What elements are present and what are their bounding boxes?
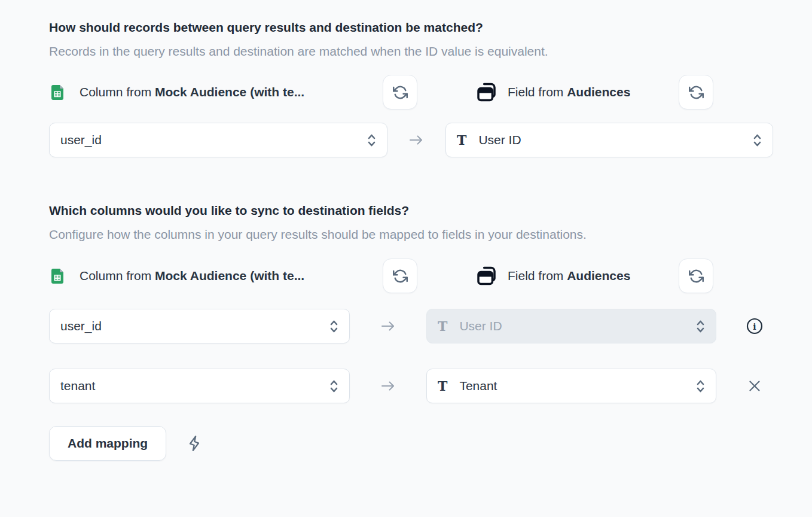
chevron-updown-icon — [752, 132, 763, 148]
destination-header-label: Field from Audiences — [508, 269, 630, 283]
sync-refresh-icon — [688, 268, 704, 284]
mapping-info-button[interactable]: i — [746, 317, 764, 335]
destination-windows-icon — [475, 264, 499, 288]
refresh-source-columns-button[interactable] — [383, 258, 417, 293]
add-mapping-row: Add mapping — [49, 426, 812, 461]
select-value: user_id — [60, 319, 328, 333]
arrow-right-icon — [380, 380, 396, 392]
google-sheets-icon — [49, 267, 66, 284]
sync-columns-title: Which columns would you like to sync to … — [49, 202, 812, 219]
matching-question-subtitle: Records in the query results and destina… — [49, 41, 767, 62]
close-x-icon — [746, 377, 764, 395]
matching-mapping-row: user_id T User ID — [49, 123, 812, 157]
chevron-updown-icon — [695, 378, 706, 394]
mapping-destination-select-disabled: T User ID — [426, 309, 716, 343]
destination-windows-icon — [475, 81, 499, 104]
select-value: tenant — [60, 379, 328, 393]
chevron-updown-icon — [695, 318, 706, 334]
sync-columns-subtitle: Configure how the columns in your query … — [49, 224, 587, 245]
source-column-header: Column from Mock Audience (with te... — [49, 84, 383, 101]
select-value: Tenant — [459, 379, 695, 393]
add-mapping-button[interactable]: Add mapping — [49, 426, 166, 461]
select-value: User ID — [459, 319, 695, 333]
arrow-right-icon — [408, 134, 425, 146]
refresh-destination-fields-button[interactable] — [679, 75, 713, 110]
svg-text:i: i — [753, 322, 756, 332]
select-value: User ID — [478, 133, 752, 147]
remove-mapping-button[interactable] — [746, 377, 764, 395]
select-value: user_id — [60, 133, 366, 147]
info-icon: i — [746, 317, 764, 335]
google-sheets-icon — [49, 84, 66, 101]
mapping-row-user-id: user_id T User ID — [49, 309, 812, 343]
chevron-updown-icon — [328, 378, 340, 394]
sync-refresh-icon — [392, 84, 408, 101]
match-destination-field-select[interactable]: T User ID — [445, 123, 773, 157]
destination-field-header: Field from Audiences — [475, 81, 679, 104]
mapping-source-select[interactable]: tenant — [49, 369, 350, 403]
source-header-label: Column from Mock Audience (with te... — [80, 269, 304, 283]
sync-column-headers: Column from Mock Audience (with te... Fi… — [49, 258, 812, 293]
matching-question-title: How should records between query results… — [49, 19, 812, 36]
suggest-mappings-lightning-icon[interactable] — [187, 435, 202, 452]
match-source-column-select[interactable]: user_id — [49, 123, 387, 157]
matching-column-headers: Column from Mock Audience (with te... Fi… — [49, 75, 812, 110]
source-column-header: Column from Mock Audience (with te... — [49, 267, 383, 284]
mapping-source-select[interactable]: user_id — [49, 309, 350, 343]
source-header-label: Column from Mock Audience (with te... — [80, 85, 304, 99]
destination-header-label: Field from Audiences — [508, 85, 630, 99]
mapping-row-tenant: tenant T Tenant — [49, 369, 812, 403]
string-type-icon: T — [438, 378, 447, 394]
chevron-updown-icon — [366, 132, 377, 148]
string-type-icon: T — [457, 132, 466, 148]
arrow-right-icon — [380, 320, 396, 332]
mapping-destination-select[interactable]: T Tenant — [426, 369, 716, 403]
sync-refresh-icon — [688, 84, 704, 101]
sync-refresh-icon — [392, 268, 408, 284]
chevron-updown-icon — [328, 318, 340, 334]
destination-field-header: Field from Audiences — [475, 264, 679, 288]
refresh-destination-fields-button[interactable] — [679, 258, 713, 293]
string-type-icon: T — [438, 318, 447, 334]
refresh-source-columns-button[interactable] — [383, 75, 417, 110]
sync-configuration-panel: How should records between query results… — [0, 0, 812, 517]
